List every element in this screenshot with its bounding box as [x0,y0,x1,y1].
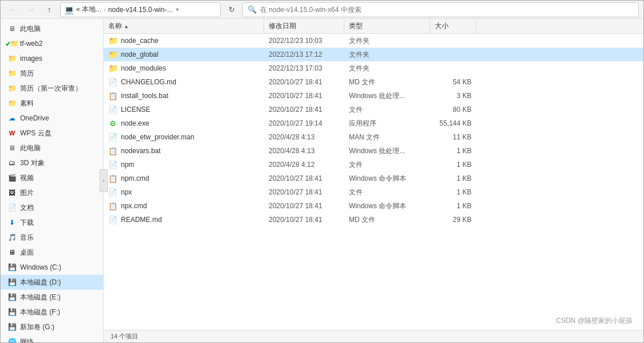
table-row[interactable]: 📋 nodevars.bat 2020/4/28 4:13 Windows 批处… [104,144,643,158]
sidebar-item-视频[interactable]: 🎬 视频 [1,170,103,185]
breadcrumb-bar[interactable]: 💻 « 本地... › node-v14.15.0-win-... ▾ [60,2,221,17]
sidebar-item-WPS云盘[interactable]: W WPS 云盘 [1,126,103,141]
table-row[interactable]: ⚙ node.exe 2020/10/27 19:14 应用程序 55,144 … [104,116,643,130]
file-type-icon: 📁 [108,36,117,45]
breadcrumb-part2: node-v14.15.0-win-... [108,6,173,14]
sidebar-label: 文档 [20,203,34,213]
drive-icon: 💾 [7,307,17,317]
window: ← → ↑ 💻 « 本地... › node-v14.15.0-win-... … [0,0,644,343]
file-type-icon: 📄 [108,105,117,114]
file-name: 📄 npx [104,185,264,199]
table-row[interactable]: 📄 npx 2020/10/27 18:41 文件 1 KB [104,185,643,199]
sidebar-item-本地磁盘E[interactable]: 💾 本地磁盘 (E:) [1,290,103,305]
file-name: 📄 README.md [104,213,264,227]
sidebar-label: 本地磁盘 (D:) [20,278,61,287]
table-row[interactable]: 📄 CHANGELOG.md 2020/10/27 18:41 MD 文件 54… [104,75,643,89]
sidebar-label: 本地磁盘 (E:) [20,293,61,302]
header-date[interactable]: 修改日期 [264,19,344,33]
sidebar-label: 本地磁盘 (F:) [20,307,60,317]
search-icon: 🔍 [248,5,257,14]
file-date: 2020/10/27 18:41 [264,185,344,199]
table-row[interactable]: 📋 install_tools.bat 2020/10/27 18:41 Win… [104,89,643,103]
sidebar-item-OneDrive[interactable]: ☁ OneDrive [1,111,103,126]
file-size: 1 KB [430,144,476,158]
file-type-icon: 📋 [108,174,117,183]
file-type: 文件 [344,185,430,199]
table-row[interactable]: 📄 README.md 2020/10/27 18:41 MD 文件 29 KB [104,213,643,227]
table-row[interactable]: 📄 npm 2020/4/28 4:12 文件 1 KB [104,158,643,171]
file-name: 📋 npx.cmd [104,199,264,213]
doc-icon: 📄 [7,203,17,212]
search-input[interactable] [260,6,634,14]
sidebar-label: 3D 对象 [20,158,45,168]
file-type: 文件夹 [344,61,430,75]
file-name: 📁 node_modules [104,61,264,75]
sidebar-item-此电脑[interactable]: 🖥 此电脑 [1,141,103,155]
table-row[interactable]: 📄 node_etw_provider.man 2020/4/28 4:13 M… [104,130,643,144]
sidebar-item-本地磁盘F[interactable]: 💾 本地磁盘 (F:) [1,305,103,319]
file-date: 2022/12/13 17:12 [264,48,344,61]
file-name: 📁 node_global [104,48,264,61]
header-type[interactable]: 类型 [344,19,430,33]
breadcrumb-part1: « 本地... [76,5,101,14]
sidebar-item-新加卷G[interactable]: 💾 新加卷 (G:) [1,319,103,334]
sidebar-label: 素料 [20,99,34,108]
sidebar-item-tf-web2[interactable]: ✔📁 tf-web2 [1,36,103,51]
3d-icon: 🗂 [7,158,17,167]
header-size[interactable]: 大小 [430,19,476,33]
sidebar-item-音乐[interactable]: 🎵 音乐 [1,230,103,245]
windows-drive-icon: 💾 [7,263,17,272]
sidebar-item-此电脑-quick[interactable]: 🖥 此电脑 [1,21,103,36]
sidebar-item-WindowsC[interactable]: 💾 Windows (C:) [1,260,103,275]
file-type: 应用程序 [344,116,430,130]
table-row[interactable]: 📋 npm.cmd 2020/10/27 18:41 Windows 命令脚本 … [104,171,643,185]
sidebar-item-简历[interactable]: 📁 简历 [1,66,103,81]
back-button[interactable]: ← [5,2,20,17]
file-type-icon: 📁 [108,64,117,73]
file-name: 📁 node_cache [104,34,264,48]
up-button[interactable]: ↑ [42,2,57,17]
file-pane: 名称 ▲ 修改日期 类型 大小 📁 node_cache 2022/12/23 … [104,19,643,342]
refresh-button[interactable]: ↻ [224,2,239,17]
folder-icon: 📁 [7,54,17,63]
file-size: 55,144 KB [430,116,476,130]
file-type-icon: 📄 [108,215,117,224]
sidebar-item-下载[interactable]: ⬇ 下载 [1,215,103,230]
file-size: 80 KB [430,103,476,116]
sidebar-item-图片[interactable]: 🖼 图片 [1,185,103,200]
sidebar-label: 下载 [20,218,34,228]
sidebar-item-文档[interactable]: 📄 文档 [1,200,103,215]
forward-button[interactable]: → [23,2,38,17]
sidebar-item-3D对象[interactable]: 🗂 3D 对象 [1,155,103,170]
drive-icon: 💾 [7,278,17,287]
table-row[interactable]: 📄 LICENSE 2020/10/27 18:41 文件 80 KB [104,103,643,116]
sidebar-item-images[interactable]: 📁 images [1,51,103,66]
search-bar[interactable]: 🔍 [242,2,639,17]
sidebar-item-网络[interactable]: 🌐 网络 [1,334,103,342]
sidebar-item-桌面[interactable]: 🖥 桌面 [1,245,103,260]
file-name: 📋 npm.cmd [104,171,264,185]
table-row[interactable]: 📁 node_modules 2022/12/13 17:03 文件夹 [104,61,643,75]
wps-icon: W [7,128,17,138]
header-name[interactable]: 名称 ▲ [104,19,264,33]
main-area: 🖥 此电脑 ✔📁 tf-web2 📁 images 📁 简历 📁 [1,19,643,342]
table-row[interactable]: 📁 node_cache 2022/12/23 10:03 文件夹 [104,34,643,48]
folder-icon: 📁 [7,84,17,93]
sidebar-label: 音乐 [20,233,34,243]
sidebar-collapse-button[interactable]: ‹ [100,169,108,192]
file-size: 3 KB [430,89,476,103]
file-type-icon: 📄 [108,132,117,142]
table-row[interactable]: 📋 npx.cmd 2020/10/27 18:41 Windows 命令脚本 … [104,199,643,213]
video-icon: 🎬 [7,173,17,182]
file-list: 📁 node_cache 2022/12/23 10:03 文件夹 📁 node… [104,34,643,330]
file-date: 2020/10/27 18:41 [264,199,344,213]
sidebar-label: tf-web2 [20,40,42,48]
file-type: MAN 文件 [344,130,430,144]
sidebar-item-简历审查[interactable]: 📁 简历（第一次审查） [1,81,103,96]
sidebar-item-素料[interactable]: 📁 素料 [1,96,103,111]
sidebar-item-本地磁盘D[interactable]: 💾 本地磁盘 (D:) [1,275,103,290]
breadcrumb-dropdown-icon[interactable]: ▾ [176,6,179,13]
breadcrumb-pc-icon: 💻 [64,5,74,14]
table-row[interactable]: 📁 node_global 2022/12/13 17:12 文件夹 [104,48,643,61]
sidebar-wrapper: 🖥 此电脑 ✔📁 tf-web2 📁 images 📁 简历 📁 [1,19,104,342]
